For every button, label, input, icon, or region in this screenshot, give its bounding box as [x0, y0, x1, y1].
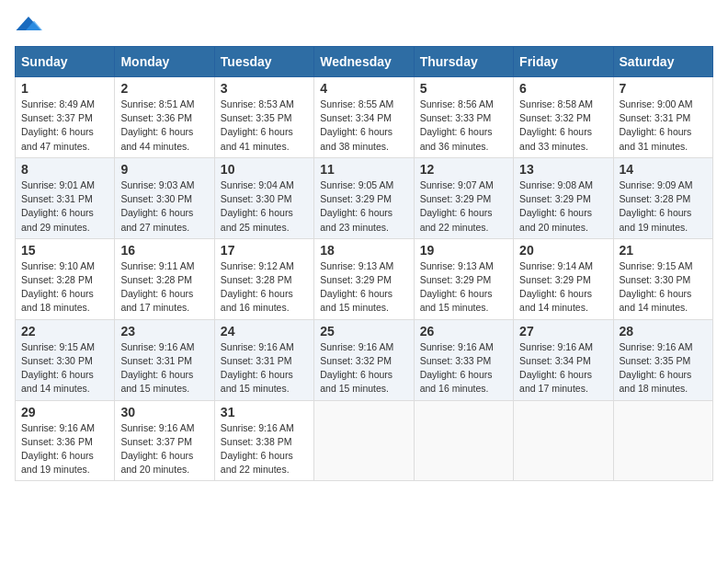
- day-info: Sunrise: 9:04 AMSunset: 3:30 PMDaylight:…: [221, 178, 308, 235]
- day-cell: 25Sunrise: 9:16 AMSunset: 3:32 PMDayligh…: [314, 319, 414, 400]
- day-info: Sunrise: 9:07 AMSunset: 3:29 PMDaylight:…: [420, 178, 507, 235]
- day-cell: 28Sunrise: 9:16 AMSunset: 3:35 PMDayligh…: [613, 319, 712, 400]
- col-header-tuesday: Tuesday: [214, 47, 313, 77]
- day-info: Sunrise: 8:51 AMSunset: 3:36 PMDaylight:…: [120, 98, 208, 154]
- day-info: Sunrise: 9:05 AMSunset: 3:29 PMDaylight:…: [320, 178, 407, 235]
- day-cell: 20Sunrise: 9:14 AMSunset: 3:29 PMDayligh…: [514, 238, 613, 319]
- day-info: Sunrise: 9:01 AMSunset: 3:31 PMDaylight:…: [21, 178, 108, 235]
- day-info: Sunrise: 9:00 AMSunset: 3:31 PMDaylight:…: [620, 98, 707, 154]
- day-cell: 8Sunrise: 9:01 AMSunset: 3:31 PMDaylight…: [16, 157, 115, 238]
- day-cell: 9Sunrise: 9:03 AMSunset: 3:30 PMDaylight…: [115, 157, 214, 238]
- day-number: 17: [221, 243, 308, 258]
- day-info: Sunrise: 9:15 AMSunset: 3:30 PMDaylight:…: [21, 340, 108, 396]
- day-number: 7: [620, 81, 707, 96]
- day-info: Sunrise: 9:16 AMSunset: 3:36 PMDaylight:…: [21, 421, 108, 477]
- day-number: 27: [519, 324, 607, 339]
- day-cell: 18Sunrise: 9:13 AMSunset: 3:29 PMDayligh…: [314, 238, 414, 319]
- day-info: Sunrise: 9:16 AMSunset: 3:31 PMDaylight:…: [221, 340, 308, 396]
- day-cell: 23Sunrise: 9:16 AMSunset: 3:31 PMDayligh…: [115, 319, 214, 400]
- week-row-2: 8Sunrise: 9:01 AMSunset: 3:31 PMDaylight…: [16, 157, 713, 238]
- day-info: Sunrise: 9:12 AMSunset: 3:28 PMDaylight:…: [221, 259, 308, 316]
- logo-icon: [15, 15, 42, 35]
- day-info: Sunrise: 9:16 AMSunset: 3:33 PMDaylight:…: [420, 340, 507, 396]
- day-number: 24: [221, 324, 308, 339]
- day-info: Sunrise: 8:58 AMSunset: 3:32 PMDaylight:…: [519, 98, 607, 154]
- day-cell: 14Sunrise: 9:09 AMSunset: 3:28 PMDayligh…: [613, 157, 712, 238]
- day-number: 8: [21, 162, 108, 177]
- day-info: Sunrise: 9:10 AMSunset: 3:28 PMDaylight:…: [21, 259, 108, 316]
- day-number: 19: [420, 243, 507, 258]
- day-cell: 17Sunrise: 9:12 AMSunset: 3:28 PMDayligh…: [214, 238, 313, 319]
- day-cell: 30Sunrise: 9:16 AMSunset: 3:37 PMDayligh…: [115, 400, 214, 481]
- day-number: 22: [21, 324, 108, 339]
- day-info: Sunrise: 9:16 AMSunset: 3:37 PMDaylight:…: [120, 421, 208, 477]
- day-number: 2: [120, 81, 208, 96]
- day-cell: 12Sunrise: 9:07 AMSunset: 3:29 PMDayligh…: [414, 157, 513, 238]
- day-number: 16: [120, 243, 208, 258]
- day-cell: 10Sunrise: 9:04 AMSunset: 3:30 PMDayligh…: [214, 157, 313, 238]
- day-cell: 11Sunrise: 9:05 AMSunset: 3:29 PMDayligh…: [314, 157, 414, 238]
- col-header-wednesday: Wednesday: [314, 47, 414, 77]
- day-info: Sunrise: 8:53 AMSunset: 3:35 PMDaylight:…: [221, 98, 308, 154]
- day-info: Sunrise: 9:16 AMSunset: 3:31 PMDaylight:…: [120, 340, 208, 396]
- day-number: 9: [120, 162, 208, 177]
- day-cell: 27Sunrise: 9:16 AMSunset: 3:34 PMDayligh…: [514, 319, 613, 400]
- day-info: Sunrise: 9:11 AMSunset: 3:28 PMDaylight:…: [120, 259, 208, 316]
- day-number: 1: [21, 81, 108, 96]
- week-row-4: 22Sunrise: 9:15 AMSunset: 3:30 PMDayligh…: [16, 319, 713, 400]
- day-info: Sunrise: 9:03 AMSunset: 3:30 PMDaylight:…: [120, 178, 208, 235]
- day-number: 14: [620, 162, 707, 177]
- calendar-header-row: SundayMondayTuesdayWednesdayThursdayFrid…: [16, 47, 713, 77]
- week-row-1: 1Sunrise: 8:49 AMSunset: 3:37 PMDaylight…: [16, 77, 713, 158]
- day-cell: 31Sunrise: 9:16 AMSunset: 3:38 PMDayligh…: [214, 400, 313, 481]
- col-header-monday: Monday: [115, 47, 214, 77]
- day-number: 25: [320, 324, 407, 339]
- day-cell: 21Sunrise: 9:15 AMSunset: 3:30 PMDayligh…: [613, 238, 712, 319]
- day-cell: 5Sunrise: 8:56 AMSunset: 3:33 PMDaylight…: [414, 77, 513, 158]
- day-number: 28: [620, 324, 707, 339]
- day-cell: 13Sunrise: 9:08 AMSunset: 3:29 PMDayligh…: [514, 157, 613, 238]
- day-info: Sunrise: 9:08 AMSunset: 3:29 PMDaylight:…: [519, 178, 607, 235]
- day-cell: 2Sunrise: 8:51 AMSunset: 3:36 PMDaylight…: [115, 77, 214, 158]
- day-cell: 24Sunrise: 9:16 AMSunset: 3:31 PMDayligh…: [214, 319, 313, 400]
- day-cell: [414, 400, 513, 481]
- day-info: Sunrise: 9:16 AMSunset: 3:35 PMDaylight:…: [620, 340, 707, 396]
- day-info: Sunrise: 9:16 AMSunset: 3:38 PMDaylight:…: [221, 421, 308, 477]
- day-number: 15: [21, 243, 108, 258]
- day-info: Sunrise: 8:49 AMSunset: 3:37 PMDaylight:…: [21, 98, 108, 154]
- day-info: Sunrise: 8:55 AMSunset: 3:34 PMDaylight:…: [320, 98, 407, 154]
- day-cell: 22Sunrise: 9:15 AMSunset: 3:30 PMDayligh…: [16, 319, 115, 400]
- day-number: 12: [420, 162, 507, 177]
- week-row-3: 15Sunrise: 9:10 AMSunset: 3:28 PMDayligh…: [16, 238, 713, 319]
- day-cell: 6Sunrise: 8:58 AMSunset: 3:32 PMDaylight…: [514, 77, 613, 158]
- day-info: Sunrise: 9:16 AMSunset: 3:32 PMDaylight:…: [320, 340, 407, 396]
- day-cell: 3Sunrise: 8:53 AMSunset: 3:35 PMDaylight…: [214, 77, 313, 158]
- col-header-friday: Friday: [514, 47, 613, 77]
- day-cell: 29Sunrise: 9:16 AMSunset: 3:36 PMDayligh…: [16, 400, 115, 481]
- day-number: 20: [519, 243, 607, 258]
- day-number: 18: [320, 243, 407, 258]
- col-header-thursday: Thursday: [414, 47, 513, 77]
- day-cell: 19Sunrise: 9:13 AMSunset: 3:29 PMDayligh…: [414, 238, 513, 319]
- day-cell: 1Sunrise: 8:49 AMSunset: 3:37 PMDaylight…: [16, 77, 115, 158]
- day-number: 29: [21, 405, 108, 419]
- day-cell: 4Sunrise: 8:55 AMSunset: 3:34 PMDaylight…: [314, 77, 414, 158]
- day-info: Sunrise: 9:13 AMSunset: 3:29 PMDaylight:…: [420, 259, 507, 316]
- day-cell: [514, 400, 613, 481]
- day-number: 5: [420, 81, 507, 96]
- day-number: 23: [120, 324, 208, 339]
- day-info: Sunrise: 9:15 AMSunset: 3:30 PMDaylight:…: [620, 259, 707, 316]
- day-info: Sunrise: 9:09 AMSunset: 3:28 PMDaylight:…: [620, 178, 707, 235]
- calendar: SundayMondayTuesdayWednesdayThursdayFrid…: [15, 46, 713, 481]
- day-cell: 26Sunrise: 9:16 AMSunset: 3:33 PMDayligh…: [414, 319, 513, 400]
- logo: [15, 15, 46, 35]
- week-row-5: 29Sunrise: 9:16 AMSunset: 3:36 PMDayligh…: [16, 400, 713, 481]
- day-cell: 15Sunrise: 9:10 AMSunset: 3:28 PMDayligh…: [16, 238, 115, 319]
- col-header-saturday: Saturday: [613, 47, 712, 77]
- day-cell: 7Sunrise: 9:00 AMSunset: 3:31 PMDaylight…: [613, 77, 712, 158]
- day-number: 30: [120, 405, 208, 419]
- day-number: 21: [620, 243, 707, 258]
- day-cell: [613, 400, 712, 481]
- day-number: 10: [221, 162, 308, 177]
- day-cell: 16Sunrise: 9:11 AMSunset: 3:28 PMDayligh…: [115, 238, 214, 319]
